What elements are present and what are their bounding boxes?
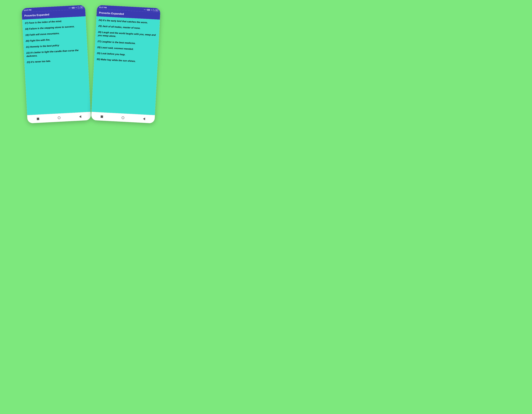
bluetooth-icon-right: ✦	[146, 9, 147, 10]
proverb-26: 26) Laugh and the world laughs with you,…	[98, 30, 157, 40]
proverb-17: 17) Face is the index of the mind.	[25, 19, 84, 25]
proverb-22: 22) It's better to light the candle than…	[26, 48, 85, 58]
app-title-left: Proverbs Expanded	[24, 13, 49, 17]
circle-icon-right	[122, 116, 124, 119]
network-icon-right: 4G	[151, 9, 152, 11]
signal-icon: ▌▌▌	[72, 7, 75, 9]
square-icon-right	[101, 115, 103, 118]
proverb-20: 20) Fight fire with fire.	[26, 36, 85, 43]
back-icon[interactable]	[79, 115, 82, 118]
volte-icon: VoLTE	[77, 6, 80, 9]
network-icon: 4G	[75, 7, 77, 9]
square-icon-left	[37, 117, 39, 120]
proverb-28: 28) Least said, soonest mended.	[97, 46, 156, 52]
proverb-21: 21) Honesty is the best policy	[26, 42, 85, 49]
phone-right: 12:27 PM ••• ✦ ▌▌▌ 4G VoLTE 92 Proverbs …	[91, 5, 161, 123]
proverb-27: 27) Laughter is the best medicine.	[97, 40, 156, 46]
volte-icon-right: VoLTE	[153, 9, 155, 11]
status-icons-right: ••• ✦ ▌▌▌ 4G VoLTE 92	[144, 8, 158, 12]
proverb-19: 19) Faith will move mountains.	[25, 30, 84, 37]
proverb-25: 25) Jack of all trades, master of none.	[98, 24, 157, 31]
circle-icon-left	[58, 116, 60, 119]
bluetooth-icon: ✦	[70, 7, 72, 9]
recent-apps-icon[interactable]	[36, 117, 40, 121]
triangle-icon-right	[143, 117, 145, 120]
dots-icon-right: •••	[144, 9, 145, 10]
back-icon-right[interactable]	[142, 117, 146, 121]
time-left: 12:27 PM	[24, 9, 31, 11]
battery-right: 92	[155, 9, 158, 11]
phone-left: 12:27 PM ••• ✦ ▌▌▌ 4G VoLTE 92 Proverbs …	[22, 5, 91, 123]
proverb-18: 18) Failure is the stepping stone to suc…	[25, 24, 84, 31]
content-right: 24) It's the early bird that catches the…	[92, 16, 160, 115]
triangle-icon-left	[79, 115, 81, 118]
signal-icon-right: ▌▌▌	[147, 9, 150, 11]
proverb-30: 30) Make hay while the sun shines.	[96, 58, 155, 64]
recent-apps-icon-right[interactable]	[100, 115, 104, 118]
content-left: 17) Face is the index of the mind. 18) F…	[22, 16, 91, 115]
status-icons-left: ••• ✦ ▌▌▌ 4G VoLTE 92	[68, 6, 83, 9]
home-icon-right[interactable]	[121, 116, 124, 119]
battery-left: 92	[80, 6, 83, 9]
time-right: 12:27 PM	[99, 6, 107, 9]
app-title-right: Proverbs Expanded	[99, 11, 124, 16]
home-icon[interactable]	[57, 116, 61, 119]
proverb-29: 29) Look before you leap.	[97, 52, 156, 58]
proverb-24: 24) It's the early bird that catches the…	[99, 19, 158, 25]
dots-icon: •••	[68, 7, 70, 9]
proverb-23: 23) It's never too late.	[27, 58, 86, 64]
